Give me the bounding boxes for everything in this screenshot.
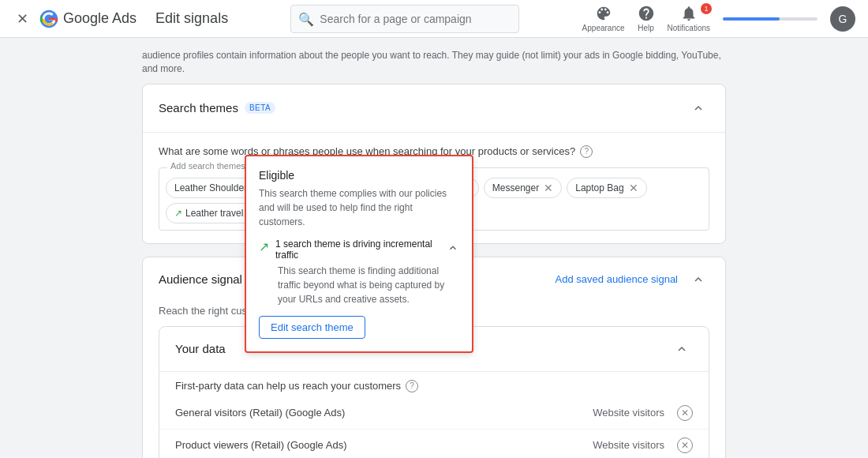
popup-description: This search theme complies with our poli…	[259, 186, 459, 229]
trending-up-icon: ↗	[259, 239, 269, 254]
data-row-right: Website visitors ✕	[593, 437, 693, 453]
data-rows-container: General visitors (Retail) (Google Ads) W…	[159, 397, 709, 458]
help-button[interactable]: Help	[638, 5, 655, 32]
help-label: Help	[638, 24, 654, 32]
tag-remove-messenger[interactable]: ✕	[544, 182, 553, 194]
table-row: Product viewers (Retail) (Google Ads) We…	[159, 429, 709, 458]
notifications-button[interactable]: 1 Notifications	[668, 5, 710, 32]
search-themes-title: Search themes	[159, 101, 238, 114]
page-content: audience profiles contain information ab…	[0, 38, 868, 458]
notification-badge: 1	[701, 3, 712, 14]
traffic-row: ↗ 1 search theme is driving incremental …	[259, 238, 459, 261]
close-button[interactable]: ✕	[13, 9, 32, 28]
google-logo: Google Ads	[38, 8, 137, 30]
popup-collapse-button[interactable]	[447, 242, 459, 257]
trend-icon: ↗	[174, 208, 182, 219]
tag-label: Laptop Bag	[575, 182, 623, 193]
help-icon-search[interactable]: ?	[580, 145, 593, 158]
tag-remove-laptop-bag[interactable]: ✕	[629, 182, 638, 194]
app-name: Google Ads	[63, 10, 137, 27]
data-row-right: Website visitors ✕	[593, 405, 693, 421]
table-row: General visitors (Retail) (Google Ads) W…	[159, 397, 709, 429]
appearance-button[interactable]: Appearance	[582, 5, 625, 32]
notifications-label: Notifications	[668, 24, 710, 32]
eligible-popup: Eligible This search theme complies with…	[245, 155, 473, 353]
appearance-label: Appearance	[582, 24, 625, 32]
your-data-collapse-button[interactable]	[671, 338, 693, 360]
tag-messenger[interactable]: Messenger✕	[484, 178, 562, 198]
data-row-type: Website visitors	[593, 439, 664, 451]
data-row-name: Product viewers (Retail) (Google Ads)	[175, 439, 346, 451]
search-themes-collapse-button[interactable]	[687, 97, 709, 119]
your-data-body: First-party data can help us reach your …	[159, 372, 709, 458]
search-themes-header: Search themes BETA	[143, 84, 725, 133]
remove-row-button[interactable]: ✕	[677, 405, 693, 421]
edit-search-theme-button[interactable]: Edit search theme	[259, 316, 365, 339]
progress-fill	[723, 17, 780, 21]
data-row-type: Website visitors	[593, 407, 664, 419]
search-input[interactable]	[290, 5, 519, 33]
progress-bar	[723, 17, 817, 21]
add-audience-signal-button[interactable]: Add saved audience signal	[556, 273, 678, 285]
your-data-title: Your data	[175, 342, 226, 355]
traffic-description: This search theme is finding additional …	[278, 264, 459, 306]
nav-right: Appearance Help 1 Notifications G	[582, 5, 855, 32]
beta-badge: BETA	[245, 102, 275, 114]
help-icon-data[interactable]: ?	[406, 380, 418, 392]
remove-row-button[interactable]: ✕	[677, 437, 693, 453]
nav-search: 🔍	[228, 5, 582, 33]
traffic-title: 1 search theme is driving incremental tr…	[275, 238, 447, 261]
popup-title: Eligible	[259, 169, 459, 182]
search-icon: 🔍	[298, 11, 314, 26]
tag-label: Messenger	[492, 182, 539, 193]
top-navigation: ✕ Google Ads Edit signals 🔍 Appearance H…	[0, 0, 868, 38]
avatar[interactable]: G	[830, 6, 855, 32]
audience-signal-collapse-button[interactable]	[687, 268, 709, 291]
tag-laptop-bag[interactable]: Laptop Bag✕	[567, 178, 646, 198]
audience-signal-title: Audience signal	[159, 272, 242, 286]
info-bar: audience profiles contain information ab…	[142, 44, 726, 84]
google-g-icon	[38, 8, 60, 30]
nav-left: ✕ Google Ads Edit signals	[13, 8, 228, 30]
search-themes-title-group: Search themes BETA	[159, 101, 275, 114]
data-question: First-party data can help us reach your …	[159, 372, 709, 397]
data-row-name: General visitors (Retail) (Google Ads)	[175, 407, 345, 419]
page-title: Edit signals	[155, 10, 228, 27]
